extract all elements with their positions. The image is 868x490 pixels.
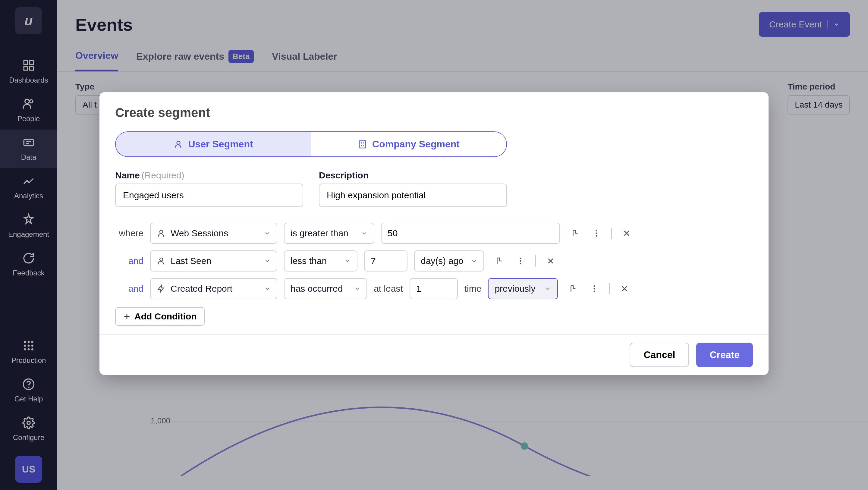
- condition-row: and Last Seen less than day(s: [115, 250, 753, 272]
- svg-point-27: [160, 230, 163, 233]
- condition-prefix-and[interactable]: and: [115, 283, 144, 294]
- button-label: Add Condition: [134, 311, 197, 321]
- modal-title: Create segment: [115, 105, 753, 120]
- chevron-down-icon: [264, 230, 271, 237]
- user-icon: [174, 140, 183, 149]
- bolt-icon: [157, 284, 166, 293]
- plus-icon: [123, 312, 131, 320]
- condition-previously-select[interactable]: previously: [488, 278, 558, 299]
- name-field-group: Name(Required): [115, 170, 303, 207]
- add-condition-button[interactable]: Add Condition: [115, 307, 205, 326]
- close-icon[interactable]: [618, 282, 631, 295]
- user-icon: [157, 229, 166, 238]
- more-icon[interactable]: [588, 282, 601, 295]
- condition-text: time: [464, 283, 482, 294]
- condition-operator-select[interactable]: is greater than: [284, 223, 374, 244]
- modal-overlay[interactable]: Create segment User Segment Company Segm…: [0, 0, 868, 490]
- condition-value-input[interactable]: [364, 250, 407, 272]
- chevron-down-icon: [264, 285, 271, 292]
- condition-timeunit-select[interactable]: day(s) ago: [414, 250, 484, 272]
- chevron-down-icon: [545, 285, 551, 292]
- segment-label: Company Segment: [372, 139, 460, 150]
- description-field-group: Description: [319, 170, 507, 207]
- select-value: is greater than: [290, 228, 348, 238]
- condition-value-input[interactable]: [410, 278, 458, 299]
- svg-point-28: [596, 230, 597, 232]
- name-label: Name(Required): [115, 170, 303, 181]
- svg-point-29: [596, 233, 597, 234]
- create-button[interactable]: Create: [696, 343, 753, 367]
- svg-point-36: [594, 288, 595, 289]
- svg-point-34: [520, 263, 521, 264]
- svg-point-32: [520, 258, 521, 259]
- conditions-list: where Web Sessions is greater than: [115, 223, 753, 326]
- chevron-down-icon: [471, 258, 477, 264]
- chevron-down-icon: [354, 285, 361, 292]
- more-icon[interactable]: [590, 227, 603, 240]
- chevron-down-icon: [361, 230, 368, 237]
- create-segment-modal: Create segment User Segment Company Segm…: [99, 92, 769, 375]
- close-icon[interactable]: [544, 255, 557, 267]
- condition-field-select[interactable]: Last Seen: [150, 250, 277, 272]
- select-value: less than: [290, 256, 327, 266]
- condition-operator-select[interactable]: less than: [284, 250, 358, 272]
- branch-icon[interactable]: [567, 282, 580, 295]
- separator: [611, 227, 612, 239]
- chevron-down-icon: [264, 258, 271, 264]
- chevron-down-icon: [344, 258, 351, 264]
- condition-prefix: where: [115, 228, 144, 238]
- close-icon[interactable]: [620, 227, 633, 240]
- segment-label: User Segment: [188, 139, 253, 150]
- branch-icon[interactable]: [493, 255, 506, 267]
- cancel-button[interactable]: Cancel: [629, 343, 689, 367]
- condition-operator-select[interactable]: has occurred: [284, 278, 367, 299]
- condition-field-select[interactable]: Created Report: [150, 278, 277, 299]
- segment-type-toggle: User Segment Company Segment: [115, 131, 507, 157]
- building-icon: [358, 140, 367, 149]
- user-segment-button[interactable]: User Segment: [116, 132, 311, 156]
- separator: [609, 283, 610, 295]
- svg-point-33: [520, 261, 521, 262]
- more-icon[interactable]: [514, 255, 527, 267]
- svg-rect-26: [360, 141, 366, 148]
- select-value: Created Report: [170, 283, 232, 294]
- svg-point-30: [596, 235, 597, 237]
- condition-row: and Created Report has occurred at least: [115, 278, 753, 299]
- condition-field-select[interactable]: Web Sessions: [150, 223, 277, 244]
- description-label: Description: [319, 170, 507, 181]
- svg-point-35: [594, 285, 595, 287]
- select-value: Web Sessions: [170, 228, 228, 238]
- svg-point-31: [160, 258, 163, 261]
- condition-row: where Web Sessions is greater than: [115, 223, 753, 244]
- svg-point-37: [594, 290, 595, 292]
- select-value: Last Seen: [170, 256, 211, 266]
- svg-point-25: [177, 141, 180, 144]
- name-input[interactable]: [115, 184, 303, 207]
- description-input[interactable]: [319, 184, 507, 207]
- select-value: has occurred: [290, 283, 343, 294]
- condition-prefix-and[interactable]: and: [115, 256, 144, 266]
- separator: [535, 255, 536, 267]
- condition-value-input[interactable]: [381, 223, 560, 244]
- modal-footer: Cancel Create: [99, 334, 769, 375]
- select-value: day(s) ago: [421, 256, 464, 266]
- condition-text: at least: [374, 283, 403, 294]
- select-value: previously: [495, 283, 535, 294]
- user-icon: [157, 256, 166, 266]
- company-segment-button[interactable]: Company Segment: [311, 132, 506, 156]
- branch-icon[interactable]: [569, 227, 582, 240]
